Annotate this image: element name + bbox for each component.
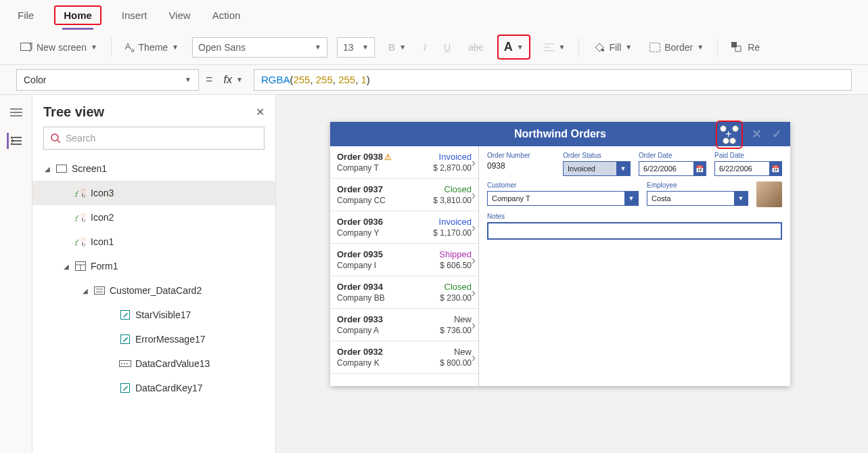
tree-node-customer_datacard2[interactable]: ◢Customer_DataCard2: [32, 278, 275, 303]
svg-line-12: [58, 140, 60, 143]
chevron-down-icon: ▼: [315, 43, 321, 51]
app-preview: Northwind Orders + ✕ ✓ Order 0938⚠Invoic…: [330, 122, 790, 386]
order-status-label: Order Status: [563, 152, 631, 159]
menu-insert[interactable]: Insert: [120, 3, 149, 28]
tree-node-screen1[interactable]: ◢Screen1: [32, 156, 275, 181]
submit-icon[interactable]: ✓: [772, 127, 782, 142]
svg-text:+: +: [74, 217, 78, 222]
order-row[interactable]: Order 0937ClosedCompany CC$ 3,810.00›: [330, 179, 478, 211]
tree-node-label: DataCardValue13: [135, 358, 210, 369]
canvas[interactable]: Northwind Orders + ✕ ✓ Order 0938⚠Invoic…: [276, 95, 868, 453]
font-color-button[interactable]: A▼: [504, 40, 524, 54]
notes-label: Notes: [487, 213, 782, 220]
search-icon: [51, 133, 60, 143]
customer-select[interactable]: Company T▼: [487, 191, 639, 206]
tree-node-icon1[interactable]: ✓♡+↻Icon1: [32, 230, 275, 254]
order-num: Order 0937: [337, 184, 383, 194]
tree-node-label: ErrorMessage17: [135, 334, 206, 345]
font-size-select[interactable]: 13 ▼: [337, 37, 375, 58]
order-company: Company K: [337, 358, 380, 368]
form-icon: [74, 260, 87, 272]
order-row[interactable]: Order 0932NewCompany K$ 800.00›: [330, 341, 478, 374]
calendar-icon: 📅: [693, 162, 706, 175]
caret-icon: ◢: [81, 287, 89, 295]
order-list[interactable]: Order 0938⚠InvoicedCompany T$ 2,870.00›O…: [330, 146, 479, 386]
tree-node-label: Form1: [91, 261, 118, 272]
theme-label: Theme: [139, 42, 168, 53]
font-family-select[interactable]: Open Sans ▼: [192, 37, 327, 58]
selection-handles-icon: +: [720, 125, 739, 144]
app-header: Northwind Orders + ✕ ✓: [330, 122, 790, 146]
order-row[interactable]: Order 0933NewCompany A$ 736.00›: [330, 309, 478, 341]
calendar-icon: 📅: [769, 162, 781, 175]
chevron-down-icon: ▼: [697, 43, 704, 51]
svg-rect-0: [21, 43, 31, 50]
font-size-value: 13: [343, 42, 354, 53]
formula-input[interactable]: RGBA(255, 255, 255, 1): [254, 69, 852, 91]
tree-node-form1[interactable]: ◢Form1: [32, 254, 275, 278]
order-amount: $ 2,870.00: [433, 163, 472, 173]
order-amount: $ 606.50: [440, 261, 472, 270]
order-date-input[interactable]: 6/22/2006📅: [639, 161, 706, 176]
notes-input[interactable]: [487, 222, 782, 240]
order-row[interactable]: Order 0936InvoicedCompany Y$ 1,170.00›: [330, 211, 478, 244]
close-icon[interactable]: ✕: [256, 106, 265, 118]
fx-button[interactable]: fx▼: [220, 71, 247, 89]
chevron-down-icon: ▼: [616, 162, 630, 175]
order-num: Order 0933: [337, 314, 383, 324]
order-row[interactable]: Order 0935ShippedCompany I$ 606.50›: [330, 244, 478, 276]
order-status-select[interactable]: Invoiced▼: [563, 161, 631, 176]
reorder-button[interactable]: Re: [727, 39, 764, 56]
caret-icon: ◢: [62, 263, 70, 270]
align-button[interactable]: ▼: [540, 40, 570, 55]
menu-view[interactable]: View: [167, 3, 191, 28]
tree-node-starvisible17[interactable]: StarVisible17: [32, 303, 275, 327]
tree-node-datacardvalue13[interactable]: DataCardValue13: [32, 351, 275, 376]
tree-node-errormessage17[interactable]: ErrorMessage17: [32, 327, 275, 351]
fill-button[interactable]: Fill ▼: [589, 39, 636, 56]
order-status: Shipped: [439, 249, 472, 259]
formula-fn: RGBA: [261, 74, 290, 85]
property-selector[interactable]: Color ▼: [16, 69, 199, 91]
chevron-down-icon: ▼: [362, 43, 369, 51]
order-row[interactable]: Order 0934ClosedCompany BB$ 230.00›: [330, 276, 478, 309]
border-button[interactable]: Border ▼: [645, 39, 708, 56]
employee-avatar: [756, 181, 782, 207]
employee-select[interactable]: Costa▼: [647, 191, 748, 206]
tree-node-label: StarVisible17: [135, 309, 191, 320]
tree-node-datacardkey17[interactable]: DataCardKey17: [32, 376, 275, 400]
rail-hamburger[interactable]: [8, 104, 24, 121]
theme-icon: Aa: [125, 41, 135, 53]
tree-node-label: Screen1: [72, 163, 107, 174]
equals-sign: =: [206, 72, 213, 87]
edit-icon: [119, 382, 131, 394]
search-input[interactable]: Search: [43, 127, 265, 150]
search-placeholder: Search: [66, 133, 95, 144]
order-row[interactable]: Order 0938⚠InvoicedCompany T$ 2,870.00›: [330, 146, 478, 179]
menu-home[interactable]: Home: [62, 3, 93, 30]
rail-tree-view[interactable]: [7, 133, 23, 149]
fill-icon: [593, 42, 605, 53]
tree-list[interactable]: ◢Screen1✓♡+↻Icon3✓♡+↻Icon2✓♡+↻Icon1◢Form…: [32, 156, 275, 453]
strikethrough-button[interactable]: abc: [464, 39, 488, 56]
border-label: Border: [664, 42, 693, 53]
menu-file[interactable]: File: [16, 3, 35, 28]
theme-button[interactable]: Aa Theme ▼: [121, 39, 183, 56]
underline-button[interactable]: U: [440, 39, 455, 56]
order-status: Closed: [444, 184, 472, 194]
paid-date-input[interactable]: 6/22/2006📅: [714, 161, 782, 176]
align-icon: [544, 43, 555, 52]
warning-icon: ⚠: [384, 152, 392, 162]
paid-date-label: Paid Date: [714, 152, 782, 159]
tree-node-icon2[interactable]: ✓♡+↻Icon2: [32, 205, 275, 230]
order-amount: $ 736.00: [440, 326, 472, 335]
chevron-down-icon: ▼: [91, 43, 97, 51]
tree-node-icon3[interactable]: ✓♡+↻Icon3: [32, 181, 275, 205]
menu-action[interactable]: Action: [211, 3, 242, 28]
reorder-label: Re: [748, 42, 760, 53]
cancel-icon[interactable]: ✕: [752, 127, 762, 142]
bold-button[interactable]: B▼: [384, 39, 410, 56]
new-screen-button[interactable]: New screen ▼: [16, 39, 101, 56]
italic-button[interactable]: I: [419, 39, 430, 56]
order-num: Order 0935: [337, 249, 383, 259]
